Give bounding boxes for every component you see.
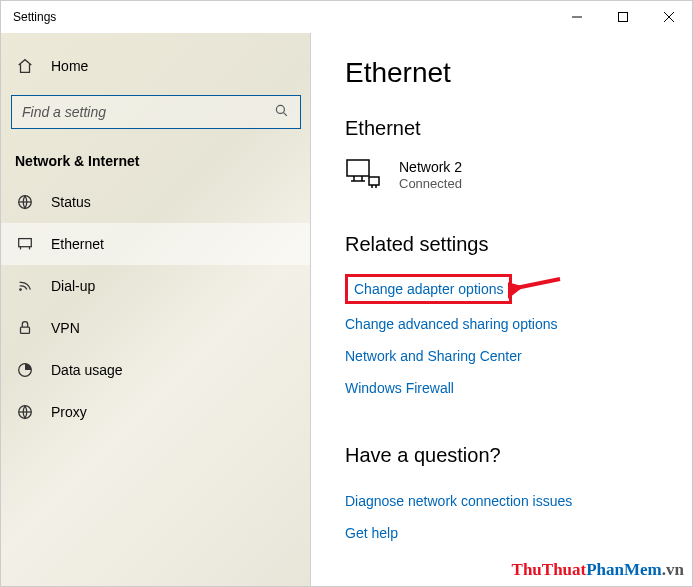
sidebar-item-label: Data usage <box>51 362 123 378</box>
svg-point-4 <box>276 105 284 113</box>
link-diagnose-network[interactable]: Diagnose network connection issues <box>345 485 692 517</box>
maximize-button[interactable] <box>600 1 646 33</box>
svg-point-11 <box>19 288 22 291</box>
search-input[interactable] <box>22 104 266 120</box>
sidebar-home-label: Home <box>51 58 88 74</box>
sidebar-item-status[interactable]: Status <box>1 181 311 223</box>
link-change-advanced-sharing[interactable]: Change advanced sharing options <box>345 308 692 340</box>
search-box[interactable] <box>11 95 301 129</box>
sidebar-item-datausage[interactable]: Data usage <box>1 349 311 391</box>
sidebar-item-label: Ethernet <box>51 236 104 252</box>
main-panel: Ethernet Ethernet Network 2 Connected Re… <box>311 33 692 586</box>
sidebar-item-label: Dial-up <box>51 278 95 294</box>
monitor-ethernet-icon <box>345 158 381 193</box>
vpn-icon <box>15 318 35 338</box>
svg-rect-20 <box>369 177 379 185</box>
sidebar-item-proxy[interactable]: Proxy <box>1 391 311 433</box>
connection-status: Connected <box>399 176 462 193</box>
sidebar-item-label: VPN <box>51 320 80 336</box>
data-usage-icon <box>15 360 35 380</box>
svg-rect-8 <box>19 239 32 247</box>
svg-line-5 <box>284 112 287 115</box>
sidebar-home[interactable]: Home <box>1 45 311 87</box>
titlebar: Settings <box>1 1 692 33</box>
sidebar-item-label: Status <box>51 194 91 210</box>
link-get-help[interactable]: Get help <box>345 517 692 549</box>
connection-block[interactable]: Network 2 Connected <box>345 158 692 193</box>
question-heading: Have a question? <box>345 444 692 467</box>
link-windows-firewall[interactable]: Windows Firewall <box>345 372 692 404</box>
related-heading: Related settings <box>345 233 692 256</box>
link-change-adapter-options[interactable]: Change adapter options <box>345 274 512 304</box>
sidebar-item-ethernet[interactable]: Ethernet <box>1 223 311 265</box>
svg-rect-16 <box>347 160 369 176</box>
svg-rect-12 <box>21 327 30 333</box>
sidebar-item-label: Proxy <box>51 404 87 420</box>
sidebar-item-vpn[interactable]: VPN <box>1 307 311 349</box>
link-network-sharing-center[interactable]: Network and Sharing Center <box>345 340 692 372</box>
watermark: ThuThuatPhanMem.vn <box>512 560 684 580</box>
search-icon <box>274 103 290 122</box>
dialup-icon <box>15 276 35 296</box>
proxy-icon <box>15 402 35 422</box>
window-title: Settings <box>13 10 56 24</box>
page-title: Ethernet <box>345 57 692 89</box>
minimize-button[interactable] <box>554 1 600 33</box>
close-button[interactable] <box>646 1 692 33</box>
sidebar-section-header: Network & Internet <box>1 139 311 181</box>
ethernet-icon <box>15 234 35 254</box>
home-icon <box>15 56 35 76</box>
status-icon <box>15 192 35 212</box>
connection-heading: Ethernet <box>345 117 692 140</box>
sidebar: Home Network & Internet Status Ethernet <box>1 33 311 586</box>
connection-name: Network 2 <box>399 158 462 176</box>
sidebar-item-dialup[interactable]: Dial-up <box>1 265 311 307</box>
svg-rect-1 <box>619 13 628 22</box>
